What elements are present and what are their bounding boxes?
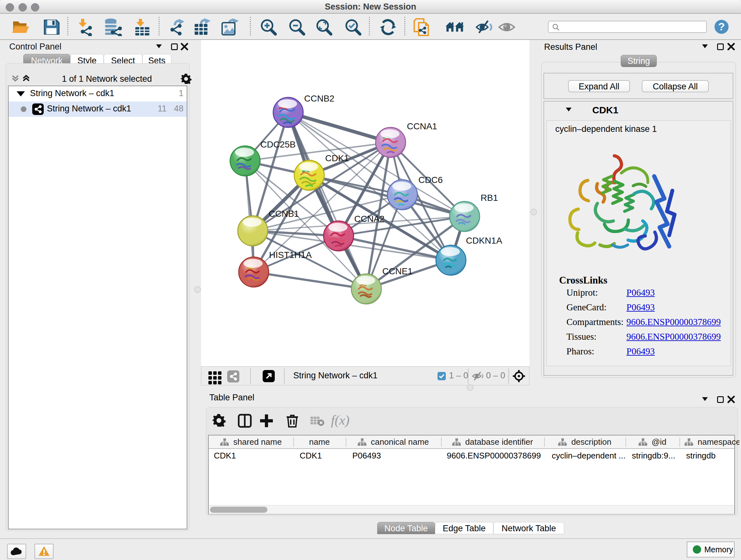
- svg-text:CCNA2: CCNA2: [354, 214, 385, 224]
- svg-text:CCNB1: CCNB1: [269, 209, 299, 219]
- svg-text:CDC6: CDC6: [418, 175, 443, 185]
- svg-text:CDK1: CDK1: [325, 153, 349, 163]
- svg-text:RB1: RB1: [481, 193, 498, 203]
- svg-text:CCNA1: CCNA1: [407, 121, 437, 131]
- svg-text:CDC25B: CDC25B: [260, 139, 295, 149]
- svg-text:CDKN1A: CDKN1A: [466, 236, 502, 246]
- svg-text:CCNB2: CCNB2: [304, 94, 334, 104]
- svg-text:CCNE1: CCNE1: [382, 266, 413, 276]
- svg-text:?: ?: [718, 20, 725, 33]
- svg-text:HIST1H1A: HIST1H1A: [269, 250, 312, 260]
